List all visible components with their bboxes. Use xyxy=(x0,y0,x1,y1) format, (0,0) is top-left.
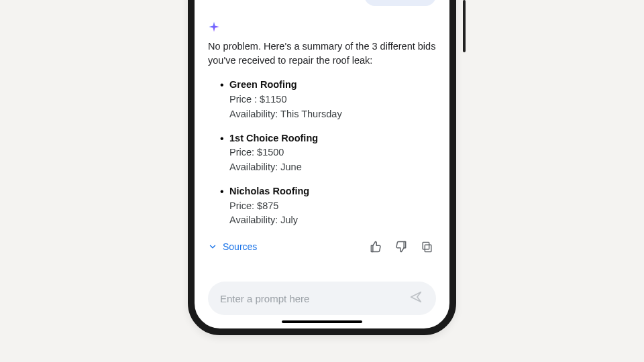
copy-icon xyxy=(421,241,433,253)
bid-name: Nicholas Roofing xyxy=(229,184,436,199)
bid-price: Price: $1500 xyxy=(229,145,436,160)
phone-frame: and availability xyxy=(188,0,456,335)
copy-button[interactable] xyxy=(417,237,436,256)
bid-availability: Availability: July xyxy=(229,213,436,228)
bid-item: Nicholas Roofing Price: $875 Availabilit… xyxy=(220,184,436,228)
bids-list: Green Roofing Price : $1150 Availability… xyxy=(208,78,436,228)
bid-availability: Availability: This Thursday xyxy=(229,107,436,122)
prompt-pill[interactable] xyxy=(208,282,436,315)
thumbs-down-icon xyxy=(394,240,408,253)
assistant-response: No problem. Here's a summary of the 3 di… xyxy=(208,21,436,268)
bid-item: Green Roofing Price : $1150 Availability… xyxy=(220,78,436,121)
stage: and availability xyxy=(0,0,644,362)
bid-availability: Availability: June xyxy=(229,160,436,175)
svg-rect-0 xyxy=(425,245,431,251)
sources-label: Sources xyxy=(223,241,257,252)
bid-price: Price : $1150 xyxy=(229,93,436,107)
sparkle-icon xyxy=(208,21,436,33)
phone-side-button xyxy=(463,0,466,52)
phone-screen: and availability xyxy=(195,0,449,328)
send-icon xyxy=(409,290,423,307)
sources-toggle[interactable]: Sources xyxy=(208,241,257,252)
prompt-input[interactable] xyxy=(219,292,407,305)
thumbs-down-button[interactable] xyxy=(392,237,411,256)
home-indicator xyxy=(282,320,362,323)
thumbs-up-button[interactable] xyxy=(366,237,385,256)
bid-name: 1st Choice Roofing xyxy=(229,131,436,146)
previous-user-bubble: and availability xyxy=(364,0,436,6)
bid-item: 1st Choice Roofing Price: $1500 Availabi… xyxy=(220,131,436,175)
response-intro-text: No problem. Here's a summary of the 3 di… xyxy=(208,40,436,67)
svg-rect-1 xyxy=(423,242,429,249)
bid-price: Price: $875 xyxy=(229,199,436,214)
send-button[interactable] xyxy=(407,289,425,308)
conversation-area: and availability xyxy=(195,0,449,272)
chevron-down-icon xyxy=(208,242,217,251)
thumbs-up-icon xyxy=(369,240,382,253)
response-actions-row: Sources xyxy=(208,237,436,256)
bid-name: Green Roofing xyxy=(229,78,436,93)
